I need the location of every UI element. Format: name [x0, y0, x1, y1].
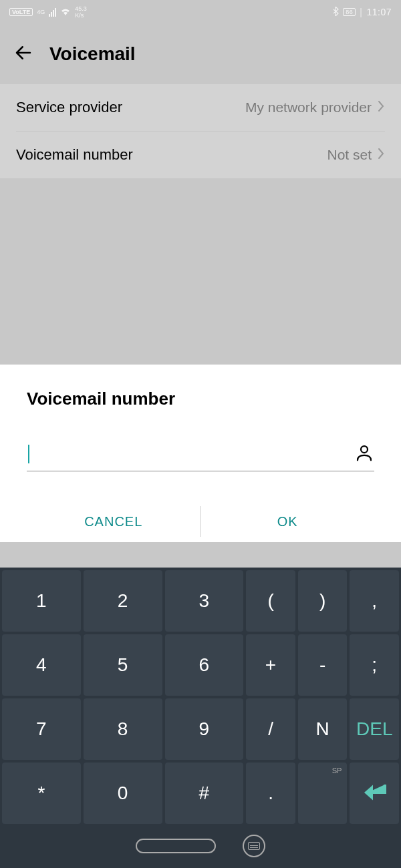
clock: 11:07: [366, 7, 392, 17]
contact-picker-icon[interactable]: [354, 443, 374, 465]
key-n[interactable]: N: [298, 698, 348, 760]
key-9[interactable]: 9: [165, 698, 244, 760]
keyboard-gap: [0, 542, 401, 568]
signal-icon: [49, 8, 56, 17]
network-gen: 4G: [37, 9, 45, 15]
dialog-buttons: CANCEL OK: [27, 498, 374, 545]
voicemail-number-input-row[interactable]: [27, 443, 374, 471]
setting-value: My network provider: [245, 99, 372, 116]
key-hash[interactable]: #: [165, 763, 244, 824]
key-star[interactable]: *: [2, 763, 81, 824]
key-5[interactable]: 5: [84, 634, 162, 696]
volte-badge: VoLTE: [9, 8, 33, 16]
key-minus[interactable]: -: [298, 634, 348, 696]
key-comma[interactable]: ,: [350, 570, 399, 632]
bluetooth-icon: [332, 7, 339, 18]
cancel-button[interactable]: CANCEL: [27, 498, 200, 545]
voicemail-number-input[interactable]: [29, 443, 354, 465]
key-7[interactable]: 7: [2, 698, 81, 760]
key-slash[interactable]: /: [246, 698, 295, 760]
key-delete[interactable]: DEL: [350, 698, 399, 760]
back-icon[interactable]: [13, 43, 33, 65]
battery-icon: 86: [343, 8, 356, 16]
app-bar: Voicemail: [0, 24, 401, 84]
network-speed: 45.3K/s: [75, 5, 87, 19]
key-0[interactable]: 0: [84, 763, 162, 824]
settings-list: Service provider My network provider Voi…: [0, 84, 401, 178]
numeric-keyboard: 1 2 3 ( ) , 4 5 6 + - ; 7 8 9 / N DEL * …: [0, 568, 401, 868]
status-right: 86 | 11:07: [332, 7, 392, 18]
status-bar: VoLTE 4G 45.3K/s 86 | 11:07: [0, 0, 401, 24]
key-2[interactable]: 2: [84, 570, 162, 632]
setting-service-provider[interactable]: Service provider My network provider: [0, 84, 401, 131]
key-space[interactable]: SP: [298, 763, 348, 824]
key-plus[interactable]: +: [246, 634, 295, 696]
chevron-right-icon: [377, 99, 385, 116]
ok-button[interactable]: OK: [201, 498, 375, 545]
keyboard-switch-icon[interactable]: [243, 835, 265, 857]
wifi-icon: [60, 7, 71, 17]
setting-value: Not set: [327, 147, 372, 163]
key-8[interactable]: 8: [84, 698, 162, 760]
voicemail-number-dialog: Voicemail number CANCEL OK: [0, 365, 401, 545]
chevron-right-icon: [377, 147, 385, 163]
page-title: Voicemail: [49, 43, 136, 65]
setting-label: Voicemail number: [16, 146, 133, 164]
status-left: VoLTE 4G 45.3K/s: [9, 5, 87, 19]
key-6[interactable]: 6: [165, 634, 244, 696]
key-period[interactable]: .: [246, 763, 295, 824]
key-1[interactable]: 1: [2, 570, 81, 632]
key-semicolon[interactable]: ;: [350, 634, 399, 696]
key-4[interactable]: 4: [2, 634, 81, 696]
key-enter[interactable]: [350, 763, 399, 824]
key-paren-open[interactable]: (: [246, 570, 295, 632]
enter-icon: [361, 782, 388, 805]
setting-label: Service provider: [16, 99, 122, 116]
home-pill[interactable]: [136, 839, 216, 853]
svg-point-0: [361, 446, 368, 453]
nav-bar: [2, 827, 399, 865]
setting-voicemail-number[interactable]: Voicemail number Not set: [16, 131, 385, 178]
dialog-title: Voicemail number: [27, 389, 374, 409]
key-3[interactable]: 3: [165, 570, 244, 632]
key-paren-close[interactable]: ): [298, 570, 348, 632]
